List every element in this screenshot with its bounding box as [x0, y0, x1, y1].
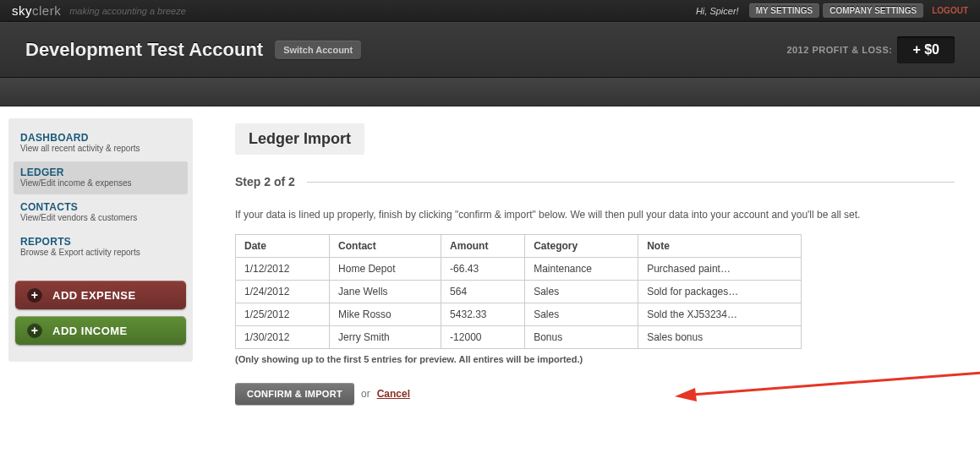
table-cell: Sales	[525, 303, 638, 326]
sidebar-item-ledger[interactable]: LEDGER View/Edit income & expenses	[14, 161, 188, 194]
column-header: Category	[525, 235, 638, 258]
table-cell: Mike Rosso	[330, 303, 441, 326]
sidebar: DASHBOARD View all recent activity & rep…	[8, 118, 193, 362]
table-row: 1/25/2012Mike Rosso5432.33SalesSold the …	[236, 303, 802, 326]
company-settings-button[interactable]: COMPANY SETTINGS	[823, 3, 923, 18]
nav-desc: Browse & Export activity reports	[20, 248, 181, 257]
switch-account-button[interactable]: Switch Account	[275, 41, 361, 59]
nav-title: CONTACTS	[20, 201, 181, 213]
table-cell: 1/24/2012	[236, 281, 330, 303]
or-text: or	[361, 388, 370, 400]
profit-loss-label: 2012 PROFIT & LOSS:	[786, 45, 892, 55]
sidebar-item-contacts[interactable]: CONTACTS View/Edit vendors & customers	[14, 196, 188, 229]
add-income-label: ADD INCOME	[52, 325, 128, 337]
sub-nav-bar	[0, 78, 980, 106]
page-title: Ledger Import	[235, 123, 364, 155]
svg-line-0	[692, 371, 980, 395]
step-indicator: Step 2 of 2	[235, 175, 295, 188]
add-expense-label: ADD EXPENSE	[52, 289, 136, 302]
table-row: 1/12/2012Home Depot-66.43MaintenancePurc…	[236, 258, 802, 281]
preview-note: (Only showing up to the first 5 entries …	[235, 354, 955, 364]
add-expense-button[interactable]: + ADD EXPENSE	[15, 281, 186, 309]
brand-logo: skyclerk	[12, 3, 61, 18]
add-income-button[interactable]: + ADD INCOME	[15, 316, 186, 345]
instructions-text: If your data is lined up properly, finis…	[235, 207, 955, 222]
table-cell: -66.43	[441, 258, 525, 281]
account-header: Development Test Account Switch Account …	[0, 22, 980, 78]
table-row: 1/24/2012Jane Wells564SalesSold for pack…	[236, 281, 802, 303]
table-cell: Purchased paint…	[638, 258, 802, 281]
top-bar: skyclerk making accounting a breeze Hi, …	[0, 0, 980, 22]
tagline: making accounting a breeze	[69, 6, 186, 16]
table-cell: Jane Wells	[330, 281, 441, 303]
table-cell: Bonus	[525, 326, 638, 349]
confirm-import-button[interactable]: CONFIRM & IMPORT	[235, 383, 354, 405]
annotation-arrow-icon	[666, 361, 980, 403]
cancel-link[interactable]: Cancel	[377, 388, 410, 400]
table-cell: Sold the XJ53234…	[638, 303, 802, 326]
table-cell: Sales	[525, 281, 638, 303]
table-cell: Jerry Smith	[330, 326, 441, 349]
column-header: Amount	[441, 235, 525, 258]
table-cell: Sales bonus	[638, 326, 802, 349]
my-settings-button[interactable]: MY SETTINGS	[749, 3, 820, 18]
table-cell: 564	[441, 281, 525, 303]
table-cell: Home Depot	[330, 258, 441, 281]
svg-marker-1	[675, 388, 697, 401]
table-cell: 1/12/2012	[236, 258, 330, 281]
nav-title: LEDGER	[20, 166, 181, 178]
nav-title: DASHBOARD	[20, 132, 181, 144]
profit-loss-value: + $0	[897, 36, 955, 63]
table-cell: 1/25/2012	[236, 303, 330, 326]
sidebar-item-dashboard[interactable]: DASHBOARD View all recent activity & rep…	[14, 127, 188, 160]
main-content: Ledger Import Step 2 of 2 If your data i…	[210, 118, 980, 439]
table-cell: Maintenance	[525, 258, 638, 281]
divider	[307, 182, 955, 183]
table-row: 1/30/2012Jerry Smith-12000BonusSales bon…	[236, 326, 802, 349]
plus-icon: +	[27, 287, 42, 303]
nav-title: REPORTS	[20, 236, 181, 248]
column-header: Contact	[330, 235, 441, 258]
preview-table: DateContactAmountCategoryNote 1/12/2012H…	[235, 234, 802, 349]
sidebar-item-reports[interactable]: REPORTS Browse & Export activity reports	[14, 231, 188, 264]
nav-desc: View/Edit vendors & customers	[20, 213, 181, 222]
column-header: Date	[236, 235, 330, 258]
table-cell: 1/30/2012	[236, 326, 330, 349]
nav-desc: View/Edit income & expenses	[20, 178, 181, 188]
plus-icon: +	[27, 323, 42, 338]
nav-desc: View all recent activity & reports	[20, 144, 181, 153]
table-cell: 5432.33	[441, 303, 525, 326]
account-name: Development Test Account	[25, 39, 263, 61]
column-header: Note	[638, 235, 802, 258]
table-cell: -12000	[441, 326, 525, 349]
greeting: Hi, Spicer!	[696, 6, 739, 16]
table-cell: Sold for packages…	[638, 281, 802, 303]
logout-link[interactable]: LOGOUT	[932, 6, 968, 15]
